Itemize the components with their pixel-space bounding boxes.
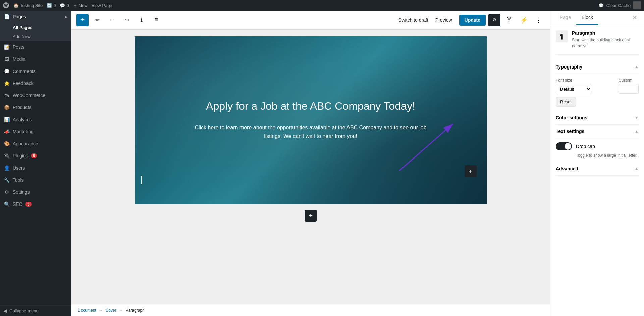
comment-icon: 💬 xyxy=(60,3,65,8)
collapse-menu-btn[interactable]: ◀ Collapse menu xyxy=(0,305,71,316)
color-settings-header[interactable]: Color settings ▼ xyxy=(556,111,639,125)
analytics-icon: 📊 xyxy=(3,116,10,123)
wp-logo[interactable]: W xyxy=(3,2,9,9)
reset-button[interactable]: Reset xyxy=(556,97,576,107)
cover-block[interactable]: Apply for a Job at the ABC Company Today… xyxy=(135,36,487,204)
svg-line-3 xyxy=(399,124,453,171)
font-size-col: Font size Default Small Medium Large Ext… xyxy=(556,78,616,94)
sidebar-item-appearance[interactable]: 🎨 Appearance xyxy=(0,138,71,150)
sidebar-item-analytics[interactable]: 📊 Analytics xyxy=(0,114,71,126)
typography-label: Typography xyxy=(556,64,582,70)
text-settings-content: Drop cap Toggle to show a large initial … xyxy=(556,138,639,162)
right-sidebar-tabs: Page Block ✕ xyxy=(550,11,644,25)
sidebar-item-seo[interactable]: 🔍 SEO 3 xyxy=(0,198,71,210)
more-icon: ⋮ xyxy=(535,16,542,24)
info-button[interactable]: ℹ xyxy=(136,14,148,26)
add-new-link[interactable]: Add New xyxy=(0,32,71,41)
settings-icon: ⚙ xyxy=(3,189,10,195)
font-size-select[interactable]: Default Small Medium Large Extra Large xyxy=(556,84,591,94)
breadcrumb-document[interactable]: Document xyxy=(78,308,96,313)
sidebar-item-pages[interactable]: 📄 Pages ▶ xyxy=(0,11,71,23)
preview-button[interactable]: Preview xyxy=(431,15,457,25)
user-avatar xyxy=(633,1,641,9)
text-settings-header[interactable]: Text settings ▲ xyxy=(556,125,639,138)
sidebar-item-users[interactable]: 👤 Users xyxy=(0,162,71,174)
posts-icon: 📝 xyxy=(3,44,10,50)
woocommerce-icon: 🛍 xyxy=(3,92,10,99)
pages-submenu: All Pages Add New xyxy=(0,23,71,41)
appearance-icon: 🎨 xyxy=(3,140,10,147)
sidebar-item-marketing[interactable]: 📣 Marketing xyxy=(0,126,71,138)
marketing-icon: 📣 xyxy=(3,128,10,135)
pages-icon: 📄 xyxy=(3,13,10,20)
drop-cap-toggle[interactable] xyxy=(556,142,572,150)
comments-link[interactable]: 💬 0 xyxy=(60,3,69,8)
right-sidebar-content: ¶ Paragraph Start with the building bloc… xyxy=(550,25,644,316)
sidebar-item-feedback[interactable]: ⭐ Feedback xyxy=(0,77,71,89)
block-info-text: Paragraph Start with the building block … xyxy=(572,30,639,49)
sidebar-item-comments[interactable]: 💬 Comments xyxy=(0,65,71,77)
info-icon: ℹ xyxy=(141,17,143,23)
sidebar-item-tools[interactable]: 🔧 Tools xyxy=(0,174,71,186)
updates-link[interactable]: 🔄 9 xyxy=(47,3,56,8)
performance-icon-button[interactable]: ⚡ xyxy=(518,14,530,26)
switch-to-draft-button[interactable]: Switch to draft xyxy=(398,17,428,23)
breadcrumb-cover[interactable]: Cover xyxy=(106,308,116,313)
updates-icon: 🔄 xyxy=(47,3,52,8)
sidebar: 📄 Pages ▶ All Pages Add New 📝 Posts 🖼 Me… xyxy=(0,11,71,316)
sidebar-item-woocommerce[interactable]: 🛍 WooCommerce xyxy=(0,89,71,101)
color-settings-panel: Color settings ▼ xyxy=(556,111,639,125)
close-panel-button[interactable]: ✕ xyxy=(630,11,640,25)
breadcrumb-bar: Document → Cover → Paragraph xyxy=(71,304,550,316)
sidebar-item-products[interactable]: 📦 Products xyxy=(0,101,71,114)
editor-canvas: Apply for a Job at the ABC Company Today… xyxy=(71,30,550,304)
add-block-cover-button[interactable]: + xyxy=(465,165,477,177)
block-info: ¶ Paragraph Start with the building bloc… xyxy=(556,30,639,55)
edit-mode-button[interactable]: ✏ xyxy=(91,14,103,26)
block-name: Paragraph xyxy=(572,30,639,36)
tab-block[interactable]: Block xyxy=(576,11,598,25)
tools-icon: 🔧 xyxy=(3,177,10,183)
plus-icon: ＋ xyxy=(73,2,77,8)
topbar-right: 💬 Clear Cache xyxy=(598,1,641,9)
all-pages-link[interactable]: All Pages xyxy=(0,23,71,32)
typography-chevron-icon: ▲ xyxy=(635,64,639,69)
list-view-button[interactable]: ≡ xyxy=(150,14,162,26)
add-block-button[interactable]: + xyxy=(76,14,89,26)
users-icon: 👤 xyxy=(3,165,10,171)
text-settings-chevron-icon: ▲ xyxy=(635,129,639,134)
sidebar-item-settings[interactable]: ⚙ Settings xyxy=(0,186,71,198)
sidebar-item-posts[interactable]: 📝 Posts xyxy=(0,41,71,53)
clear-cache-btn[interactable]: Clear Cache xyxy=(606,3,631,8)
sidebar-item-plugins[interactable]: 🔌 Plugins 5 xyxy=(0,150,71,162)
redo-button[interactable]: ↪ xyxy=(121,14,133,26)
advanced-panel-header[interactable]: Advanced ▲ xyxy=(556,162,639,176)
list-icon: ≡ xyxy=(155,16,158,24)
drop-cap-row: Drop cap xyxy=(556,142,639,150)
new-content-link[interactable]: ＋ New xyxy=(73,2,88,8)
yoast-icon-button[interactable]: Y xyxy=(503,14,515,26)
seo-icon: 🔍 xyxy=(3,201,10,208)
typography-panel-header[interactable]: Typography ▲ xyxy=(556,60,639,74)
view-page-link[interactable]: View Page xyxy=(92,3,112,8)
plugins-icon: 🔌 xyxy=(3,152,10,159)
breadcrumb-paragraph: Paragraph xyxy=(126,308,145,313)
drop-cap-label: Drop cap xyxy=(576,144,595,149)
update-button[interactable]: Update xyxy=(459,15,486,26)
custom-label: Custom xyxy=(619,78,639,83)
seo-badge: 3 xyxy=(25,202,32,207)
add-block-bottom-area: + xyxy=(135,210,487,222)
site-name-link[interactable]: 🏠 Testing Site xyxy=(13,3,43,8)
breadcrumb-sep-1: → xyxy=(99,308,103,313)
settings-toggle-button[interactable]: ⚙ xyxy=(488,14,500,26)
add-block-bottom-button[interactable]: + xyxy=(305,210,317,222)
undo-button[interactable]: ↩ xyxy=(106,14,118,26)
advanced-chevron-icon: ▲ xyxy=(635,166,639,171)
arrow-annotation xyxy=(396,117,463,177)
custom-size-input[interactable] xyxy=(619,84,639,94)
drop-cap-description: Toggle to show a large initial letter. xyxy=(576,153,639,158)
comments-icon: 💬 xyxy=(3,68,10,75)
tab-page[interactable]: Page xyxy=(554,11,576,25)
more-options-button[interactable]: ⋮ xyxy=(533,14,545,26)
sidebar-item-media[interactable]: 🖼 Media xyxy=(0,53,71,65)
